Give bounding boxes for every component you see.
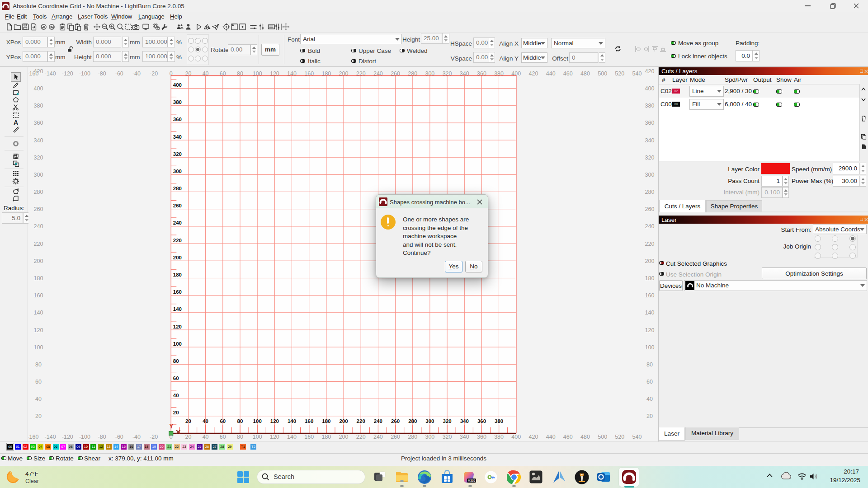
svg-text:500: 500 — [598, 70, 607, 77]
svg-text:440: 440 — [546, 70, 556, 77]
svg-text:300: 300 — [425, 418, 434, 424]
svg-text:20: 20 — [185, 70, 192, 77]
svg-text:40: 40 — [646, 396, 653, 402]
svg-text:480: 480 — [580, 434, 590, 440]
svg-text:200: 200 — [339, 434, 349, 440]
svg-text:-20: -20 — [150, 70, 158, 77]
svg-text:280: 280 — [34, 189, 43, 195]
svg-text:340: 340 — [460, 70, 469, 77]
svg-text:280: 280 — [408, 434, 417, 440]
svg-text:100: 100 — [34, 344, 43, 351]
svg-text:260: 260 — [34, 206, 43, 212]
svg-text:220: 220 — [356, 434, 366, 440]
svg-text:80: 80 — [173, 358, 179, 364]
svg-text:40: 40 — [35, 396, 42, 402]
svg-text:220: 220 — [34, 241, 43, 247]
svg-text:120: 120 — [270, 434, 279, 440]
svg-text:240: 240 — [373, 434, 383, 440]
svg-text:340: 340 — [173, 134, 182, 140]
svg-text:320: 320 — [34, 155, 43, 161]
svg-text:320: 320 — [173, 151, 182, 157]
svg-text:20: 20 — [35, 413, 42, 419]
svg-text:60: 60 — [35, 379, 42, 385]
svg-text:320: 320 — [443, 418, 452, 424]
svg-text:340: 340 — [34, 137, 43, 144]
svg-text:240: 240 — [374, 418, 382, 424]
svg-text:380: 380 — [494, 434, 504, 440]
svg-text:-100: -100 — [79, 70, 90, 77]
svg-text:140: 140 — [288, 418, 296, 424]
svg-text:360: 360 — [477, 418, 486, 424]
svg-text:140: 140 — [645, 310, 655, 316]
svg-text:140: 140 — [287, 434, 297, 440]
svg-text:380: 380 — [494, 70, 504, 77]
svg-text:300: 300 — [645, 172, 655, 178]
svg-text:20: 20 — [173, 410, 179, 415]
svg-text:340: 340 — [460, 418, 469, 424]
svg-text:120: 120 — [173, 324, 182, 329]
svg-text:-120: -120 — [62, 434, 73, 440]
svg-text:-100: -100 — [79, 434, 90, 440]
svg-text:60: 60 — [646, 379, 653, 385]
svg-text:200: 200 — [645, 258, 655, 264]
svg-text:20: 20 — [185, 418, 191, 424]
svg-text:400: 400 — [645, 85, 655, 92]
svg-text:220: 220 — [645, 241, 655, 247]
svg-text:-40: -40 — [132, 70, 141, 77]
svg-text:40: 40 — [203, 70, 209, 77]
svg-text:260: 260 — [645, 206, 655, 212]
svg-text:180: 180 — [321, 70, 331, 77]
svg-text:140: 140 — [173, 306, 182, 312]
svg-text:A: A — [14, 119, 18, 126]
svg-text:220: 220 — [356, 70, 366, 77]
svg-text:120: 120 — [270, 418, 279, 424]
svg-text:520: 520 — [615, 434, 624, 440]
svg-text:-140: -140 — [45, 70, 56, 77]
svg-text:180: 180 — [321, 434, 331, 440]
svg-text:400: 400 — [511, 70, 521, 77]
svg-text:360: 360 — [477, 434, 486, 440]
svg-text:420: 420 — [529, 70, 538, 77]
svg-text:200: 200 — [339, 418, 348, 424]
svg-text:240: 240 — [645, 223, 655, 230]
svg-text:260: 260 — [391, 418, 400, 424]
svg-text:240: 240 — [373, 70, 383, 77]
svg-text:240: 240 — [173, 220, 182, 225]
svg-text:260: 260 — [391, 70, 400, 77]
svg-text:280: 280 — [173, 186, 182, 191]
svg-text:180: 180 — [34, 275, 43, 282]
svg-text:-80: -80 — [98, 434, 106, 440]
svg-text:-40: -40 — [132, 434, 141, 440]
svg-text:320: 320 — [443, 434, 452, 440]
svg-text:-160: -160 — [28, 434, 38, 440]
svg-text:420: 420 — [34, 68, 43, 75]
svg-text:120: 120 — [270, 70, 279, 77]
svg-text:340: 340 — [645, 137, 655, 144]
svg-text:320: 320 — [443, 70, 452, 77]
svg-text:160: 160 — [645, 292, 655, 299]
svg-text:380: 380 — [173, 99, 182, 105]
svg-text:300: 300 — [173, 169, 182, 174]
svg-text:480: 480 — [580, 70, 590, 77]
svg-text:80: 80 — [646, 361, 653, 368]
svg-text:180: 180 — [322, 418, 330, 424]
svg-text:-20: -20 — [150, 434, 158, 440]
svg-text:40: 40 — [203, 418, 208, 424]
svg-text:360: 360 — [173, 117, 182, 122]
svg-text:280: 280 — [408, 70, 417, 77]
svg-text:60: 60 — [220, 70, 226, 77]
svg-text:300: 300 — [34, 172, 43, 178]
svg-text:260: 260 — [391, 434, 400, 440]
svg-text:420: 420 — [529, 434, 538, 440]
svg-text:80: 80 — [237, 434, 243, 440]
svg-text:400: 400 — [173, 82, 182, 88]
svg-text:280: 280 — [645, 189, 655, 195]
svg-text:160: 160 — [173, 289, 182, 295]
svg-text:440: 440 — [546, 434, 556, 440]
svg-text:140: 140 — [34, 310, 43, 316]
svg-text:380: 380 — [34, 103, 43, 109]
svg-text:260: 260 — [173, 203, 182, 208]
svg-text:100: 100 — [253, 70, 262, 77]
svg-text:80: 80 — [237, 70, 243, 77]
svg-text:Y: Y — [169, 422, 174, 430]
